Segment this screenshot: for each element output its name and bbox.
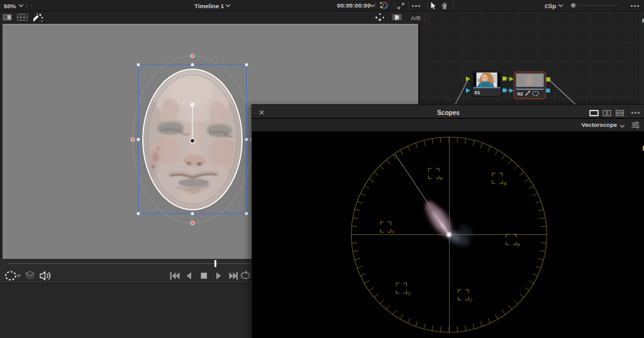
svg-text:G: G (408, 292, 411, 296)
svg-text:B: B (518, 243, 520, 247)
svg-text:M: M (504, 182, 507, 186)
svg-text:R: R (440, 177, 443, 181)
svg-text:Y: Y (392, 230, 395, 234)
svg-text:C: C (470, 298, 473, 302)
svg-text:02: 02 (518, 91, 523, 97)
svg-text:01: 01 (475, 90, 480, 95)
